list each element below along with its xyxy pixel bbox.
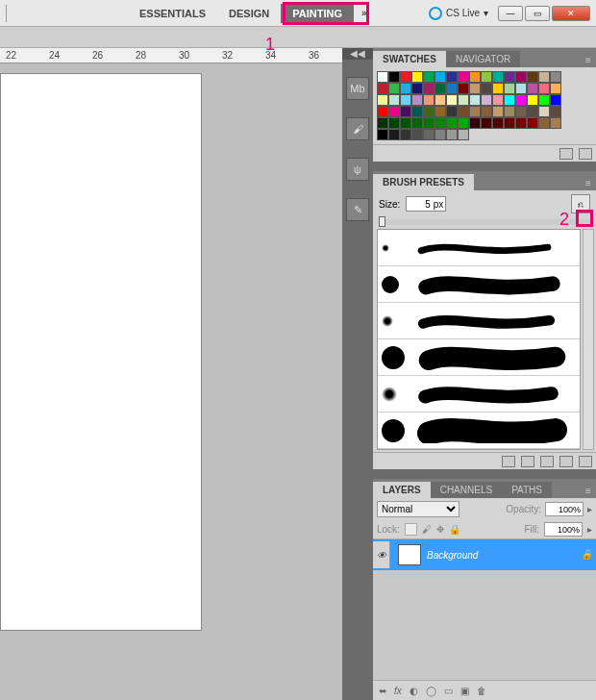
tab-swatches[interactable]: SWATCHES bbox=[373, 51, 446, 67]
layer-list[interactable]: 👁 Background 🔒 bbox=[373, 538, 596, 681]
swatch[interactable] bbox=[504, 106, 515, 117]
visibility-toggle-icon[interactable]: 👁 bbox=[373, 541, 390, 568]
cs-live-button[interactable]: CS Live ▾ bbox=[429, 7, 488, 20]
mask-icon[interactable]: ◐ bbox=[410, 686, 418, 696]
swatch[interactable] bbox=[411, 83, 423, 94]
swatch[interactable] bbox=[388, 117, 400, 129]
swatch[interactable] bbox=[481, 94, 492, 106]
swatch[interactable] bbox=[388, 83, 400, 94]
swatch[interactable] bbox=[481, 117, 492, 129]
mini-bridge-icon[interactable]: Mb bbox=[346, 77, 369, 100]
scrollbar[interactable] bbox=[583, 229, 594, 450]
panel-menu-icon[interactable]: ≡ bbox=[581, 175, 596, 190]
swatch[interactable] bbox=[400, 106, 411, 117]
toggle-brush-panel-icon[interactable]: ⎌ bbox=[571, 194, 590, 213]
tab-paths[interactable]: PATHS bbox=[502, 482, 552, 498]
swatch[interactable] bbox=[400, 94, 411, 106]
chevron-icon[interactable]: ▸ bbox=[587, 504, 592, 514]
swatch[interactable] bbox=[388, 129, 400, 140]
swatch[interactable] bbox=[446, 71, 458, 83]
delete-layer-icon[interactable]: 🗑 bbox=[477, 686, 486, 696]
swatch[interactable] bbox=[504, 71, 515, 83]
swatch[interactable] bbox=[411, 129, 423, 140]
opacity-input[interactable] bbox=[545, 502, 584, 516]
swatch[interactable] bbox=[400, 117, 411, 129]
brush-preset-item[interactable] bbox=[378, 376, 580, 412]
swatch[interactable] bbox=[377, 117, 388, 129]
panel-menu-icon[interactable]: ≡ bbox=[581, 483, 596, 498]
workspace-design[interactable]: DESIGN bbox=[217, 4, 281, 23]
tab-channels[interactable]: CHANNELS bbox=[431, 482, 502, 498]
lock-all-icon[interactable]: 🔒 bbox=[449, 524, 460, 535]
lock-position-icon[interactable]: ✥ bbox=[436, 524, 444, 535]
swatch[interactable] bbox=[411, 117, 423, 129]
tab-brush-presets[interactable]: BRUSH PRESETS bbox=[373, 174, 474, 190]
swatch[interactable] bbox=[388, 94, 400, 106]
swatch[interactable] bbox=[515, 71, 527, 83]
brush-size-input[interactable] bbox=[406, 196, 446, 212]
swatch[interactable] bbox=[515, 94, 527, 106]
swatch[interactable] bbox=[504, 117, 515, 129]
tool-presets-icon[interactable]: ✎ bbox=[346, 198, 369, 221]
swatch[interactable] bbox=[446, 83, 458, 94]
swatch[interactable] bbox=[469, 117, 481, 129]
swatch[interactable] bbox=[538, 71, 550, 83]
layer-thumbnail[interactable] bbox=[398, 544, 421, 565]
workspace-essentials[interactable]: ESSENTIALS bbox=[128, 4, 217, 23]
swatches-grid[interactable] bbox=[377, 71, 592, 140]
chevron-icon[interactable]: ▸ bbox=[587, 524, 592, 535]
tab-navigator[interactable]: NAVIGATOR bbox=[446, 51, 520, 67]
swatch[interactable] bbox=[446, 117, 458, 129]
workspace-more-button[interactable]: » bbox=[361, 8, 367, 18]
swatch[interactable] bbox=[538, 117, 550, 129]
swatch[interactable] bbox=[388, 71, 400, 83]
swatch[interactable] bbox=[538, 94, 550, 106]
swatch[interactable] bbox=[527, 94, 538, 106]
swatch[interactable] bbox=[538, 83, 550, 94]
swatch[interactable] bbox=[435, 83, 446, 94]
swatch[interactable] bbox=[435, 94, 446, 106]
swatch[interactable] bbox=[458, 83, 469, 94]
swatch[interactable] bbox=[492, 94, 504, 106]
lock-transparent-icon[interactable] bbox=[405, 523, 417, 536]
swatch[interactable] bbox=[400, 129, 411, 140]
fill-input[interactable] bbox=[544, 522, 583, 537]
swatch[interactable] bbox=[400, 71, 411, 83]
swatch[interactable] bbox=[377, 106, 388, 117]
new-swatch-icon[interactable] bbox=[559, 148, 573, 160]
swatch[interactable] bbox=[411, 106, 423, 117]
swatch[interactable] bbox=[469, 94, 481, 106]
swatch[interactable] bbox=[515, 117, 527, 129]
swatch[interactable] bbox=[423, 117, 435, 129]
close-button[interactable]: ✕ bbox=[552, 6, 590, 21]
swatch[interactable] bbox=[377, 94, 388, 106]
delete-swatch-icon[interactable] bbox=[579, 148, 592, 160]
swatch[interactable] bbox=[492, 83, 504, 94]
swatch[interactable] bbox=[423, 106, 435, 117]
swatch[interactable] bbox=[458, 106, 469, 117]
swatch[interactable] bbox=[527, 71, 538, 83]
preset-view-icon[interactable] bbox=[502, 456, 515, 467]
swatch[interactable] bbox=[481, 106, 492, 117]
swatch[interactable] bbox=[423, 83, 435, 94]
swatch[interactable] bbox=[446, 94, 458, 106]
lock-pixels-icon[interactable]: 🖌 bbox=[422, 524, 432, 535]
swatch[interactable] bbox=[458, 71, 469, 83]
swatch[interactable] bbox=[515, 106, 527, 117]
swatch[interactable] bbox=[377, 71, 388, 83]
brush-preset-item[interactable] bbox=[378, 303, 580, 339]
swatch[interactable] bbox=[458, 117, 469, 129]
swatch[interactable] bbox=[423, 129, 435, 140]
swatch[interactable] bbox=[481, 83, 492, 94]
swatch[interactable] bbox=[550, 106, 561, 117]
swatch[interactable] bbox=[435, 129, 446, 140]
maximize-button[interactable]: ▭ bbox=[525, 6, 550, 21]
swatch[interactable] bbox=[469, 71, 481, 83]
swatch[interactable] bbox=[469, 106, 481, 117]
brush-icon[interactable]: 🖌 bbox=[346, 117, 369, 140]
brush-preset-item[interactable] bbox=[378, 230, 580, 266]
brush-preset-list[interactable] bbox=[377, 229, 581, 450]
swatch[interactable] bbox=[492, 106, 504, 117]
group-icon[interactable]: ▭ bbox=[444, 686, 453, 696]
swatch[interactable] bbox=[400, 83, 411, 94]
